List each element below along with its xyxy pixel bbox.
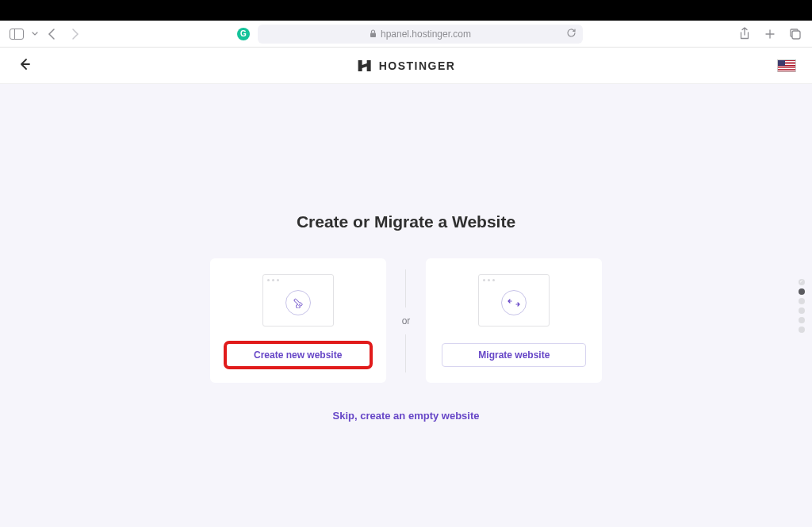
progress-step-4: [799, 307, 805, 314]
progress-step-1: [799, 279, 805, 285]
chevron-down-icon[interactable]: [32, 31, 38, 37]
share-icon[interactable]: [737, 27, 752, 41]
reload-icon[interactable]: [566, 28, 576, 40]
skip-link[interactable]: Skip, create an empty website: [0, 410, 812, 422]
svg-rect-1: [792, 31, 800, 39]
browser-address-bar[interactable]: hpanel.hostinger.com: [258, 25, 583, 44]
browser-toolbar: G hpanel.hostinger.com: [0, 21, 812, 48]
page-title: Create or Migrate a Website: [0, 212, 812, 231]
progress-indicator: [799, 279, 805, 333]
create-website-card: Create new website: [210, 258, 386, 383]
progress-step-6: [799, 327, 805, 333]
options-row: Create new website or Migrate website: [0, 258, 812, 383]
tabs-icon[interactable]: [788, 27, 802, 41]
progress-step-2: [799, 288, 805, 295]
url-text: hpanel.hostinger.com: [381, 29, 471, 40]
brand-text: HOSTINGER: [379, 59, 456, 72]
nav-back-button[interactable]: [44, 26, 60, 42]
create-new-website-button[interactable]: Create new website: [226, 343, 370, 367]
nav-forward-button[interactable]: [67, 26, 82, 42]
hostinger-logo-icon: [357, 59, 373, 73]
migrate-website-card: Migrate website: [426, 258, 602, 383]
app-header: HOSTINGER: [0, 48, 812, 84]
lock-icon: [370, 29, 377, 38]
progress-step-3: [799, 298, 805, 304]
wrench-icon: [285, 290, 311, 315]
migrate-website-button[interactable]: Migrate website: [442, 343, 586, 367]
new-tab-icon[interactable]: [763, 27, 777, 41]
or-label: or: [402, 315, 411, 327]
window-titlebar: [0, 0, 812, 21]
main-content: Create or Migrate a Website Create new w…: [0, 84, 812, 527]
or-divider: or: [402, 269, 411, 372]
progress-step-5: [799, 317, 805, 323]
grammarly-extension-icon[interactable]: G: [237, 28, 250, 40]
transfer-icon: [501, 290, 527, 315]
back-arrow-button[interactable]: [16, 56, 35, 75]
sidebar-toggle-icon[interactable]: [10, 29, 24, 40]
svg-rect-0: [370, 33, 376, 38]
locale-flag-us[interactable]: [777, 59, 796, 72]
hostinger-logo[interactable]: HOSTINGER: [357, 59, 456, 73]
create-illustration: [262, 274, 334, 327]
migrate-illustration: [478, 274, 550, 327]
